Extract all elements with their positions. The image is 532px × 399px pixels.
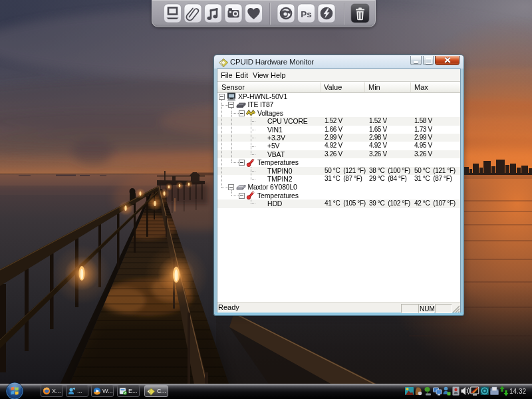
svg-text:Ps: Ps [301,9,312,19]
